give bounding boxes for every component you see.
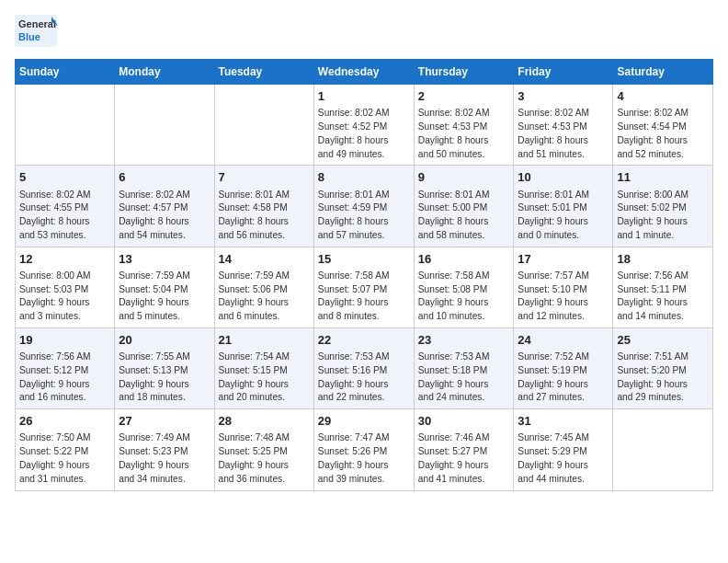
calendar-cell: 3Sunrise: 8:02 AM Sunset: 4:53 PM Daylig… [514, 85, 613, 166]
day-number: 31 [518, 413, 609, 430]
day-number: 30 [418, 413, 510, 430]
day-info: Sunrise: 8:02 AM Sunset: 4:52 PM Dayligh… [318, 107, 410, 161]
day-info: Sunrise: 7:57 AM Sunset: 5:10 PM Dayligh… [518, 270, 609, 324]
weekday-header-monday: Monday [115, 60, 214, 85]
day-info: Sunrise: 7:53 AM Sunset: 5:16 PM Dayligh… [318, 350, 410, 405]
calendar-cell: 28Sunrise: 7:48 AM Sunset: 5:25 PM Dayli… [214, 409, 313, 490]
calendar-week-3: 12Sunrise: 8:00 AM Sunset: 5:03 PM Dayli… [16, 247, 713, 327]
calendar-cell: 12Sunrise: 8:00 AM Sunset: 5:03 PM Dayli… [16, 247, 115, 327]
weekday-header-sunday: Sunday [16, 60, 115, 85]
day-info: Sunrise: 8:02 AM Sunset: 4:54 PM Dayligh… [617, 107, 709, 161]
day-info: Sunrise: 7:59 AM Sunset: 5:04 PM Dayligh… [119, 270, 210, 324]
calendar-week-5: 26Sunrise: 7:50 AM Sunset: 5:22 PM Dayli… [16, 409, 713, 490]
day-number: 26 [19, 413, 110, 430]
day-info: Sunrise: 8:00 AM Sunset: 5:02 PM Dayligh… [617, 189, 709, 243]
day-number: 25 [617, 332, 709, 349]
logo-graphic: General Blue [15, 15, 59, 48]
day-info: Sunrise: 8:02 AM Sunset: 4:53 PM Dayligh… [418, 107, 510, 161]
day-info: Sunrise: 7:58 AM Sunset: 5:07 PM Dayligh… [318, 270, 410, 324]
day-number: 7 [219, 169, 310, 186]
day-number: 6 [119, 169, 210, 186]
calendar-cell: 20Sunrise: 7:55 AM Sunset: 5:13 PM Dayli… [115, 327, 214, 408]
calendar-cell: 31Sunrise: 7:45 AM Sunset: 5:29 PM Dayli… [514, 409, 613, 490]
calendar-cell: 7Sunrise: 8:01 AM Sunset: 4:58 PM Daylig… [214, 166, 313, 247]
day-info: Sunrise: 8:01 AM Sunset: 5:01 PM Dayligh… [518, 189, 609, 243]
day-info: Sunrise: 7:56 AM Sunset: 5:12 PM Dayligh… [19, 350, 110, 405]
day-number: 21 [219, 332, 310, 349]
day-info: Sunrise: 7:45 AM Sunset: 5:29 PM Dayligh… [518, 431, 609, 486]
day-info: Sunrise: 7:56 AM Sunset: 5:11 PM Dayligh… [617, 270, 709, 324]
calendar-cell: 15Sunrise: 7:58 AM Sunset: 5:07 PM Dayli… [313, 247, 414, 327]
day-number: 22 [318, 332, 410, 349]
calendar-cell: 14Sunrise: 7:59 AM Sunset: 5:06 PM Dayli… [214, 247, 313, 327]
day-number: 24 [518, 332, 609, 349]
calendar-cell: 5Sunrise: 8:02 AM Sunset: 4:55 PM Daylig… [16, 166, 115, 247]
day-number: 4 [617, 88, 709, 105]
weekday-header-row: SundayMondayTuesdayWednesdayThursdayFrid… [16, 60, 713, 85]
calendar-cell: 26Sunrise: 7:50 AM Sunset: 5:22 PM Dayli… [16, 409, 115, 490]
calendar-cell [115, 85, 214, 166]
calendar-cell [613, 409, 713, 490]
calendar-cell: 30Sunrise: 7:46 AM Sunset: 5:27 PM Dayli… [414, 409, 514, 490]
day-number: 5 [19, 169, 110, 186]
day-number: 8 [318, 169, 410, 186]
svg-text:General: General [18, 18, 56, 29]
calendar-cell: 13Sunrise: 7:59 AM Sunset: 5:04 PM Dayli… [115, 247, 214, 327]
day-number: 27 [119, 413, 210, 430]
day-info: Sunrise: 7:48 AM Sunset: 5:25 PM Dayligh… [219, 431, 310, 486]
day-number: 16 [418, 251, 510, 268]
day-info: Sunrise: 8:02 AM Sunset: 4:57 PM Dayligh… [119, 189, 210, 243]
calendar-cell: 18Sunrise: 7:56 AM Sunset: 5:11 PM Dayli… [613, 247, 713, 327]
calendar-cell: 1Sunrise: 8:02 AM Sunset: 4:52 PM Daylig… [313, 85, 414, 166]
day-number: 20 [119, 332, 210, 349]
calendar-cell: 19Sunrise: 7:56 AM Sunset: 5:12 PM Dayli… [16, 327, 115, 408]
day-number: 9 [418, 169, 510, 186]
day-number: 23 [418, 332, 510, 349]
day-number: 10 [518, 169, 609, 186]
day-number: 14 [219, 251, 310, 268]
calendar-cell: 24Sunrise: 7:52 AM Sunset: 5:19 PM Dayli… [514, 327, 613, 408]
calendar-week-4: 19Sunrise: 7:56 AM Sunset: 5:12 PM Dayli… [16, 327, 713, 408]
calendar-cell: 23Sunrise: 7:53 AM Sunset: 5:18 PM Dayli… [414, 327, 514, 408]
day-info: Sunrise: 7:49 AM Sunset: 5:23 PM Dayligh… [119, 431, 210, 486]
calendar-cell: 27Sunrise: 7:49 AM Sunset: 5:23 PM Dayli… [115, 409, 214, 490]
day-number: 3 [518, 88, 609, 105]
day-number: 12 [19, 251, 110, 268]
day-info: Sunrise: 7:51 AM Sunset: 5:20 PM Dayligh… [617, 350, 709, 405]
calendar-cell: 4Sunrise: 8:02 AM Sunset: 4:54 PM Daylig… [613, 85, 713, 166]
calendar-cell: 2Sunrise: 8:02 AM Sunset: 4:53 PM Daylig… [414, 85, 514, 166]
calendar-cell: 25Sunrise: 7:51 AM Sunset: 5:20 PM Dayli… [613, 327, 713, 408]
day-info: Sunrise: 7:54 AM Sunset: 5:15 PM Dayligh… [219, 350, 310, 405]
day-info: Sunrise: 8:01 AM Sunset: 4:59 PM Dayligh… [318, 189, 410, 243]
day-number: 15 [318, 251, 410, 268]
day-info: Sunrise: 8:02 AM Sunset: 4:53 PM Dayligh… [518, 107, 609, 161]
day-info: Sunrise: 7:46 AM Sunset: 5:27 PM Dayligh… [418, 431, 510, 486]
calendar-cell: 11Sunrise: 8:00 AM Sunset: 5:02 PM Dayli… [613, 166, 713, 247]
day-info: Sunrise: 7:53 AM Sunset: 5:18 PM Dayligh… [418, 350, 510, 405]
page-header: General Blue [15, 15, 713, 48]
weekday-header-wednesday: Wednesday [313, 60, 414, 85]
weekday-header-thursday: Thursday [414, 60, 514, 85]
calendar-cell [16, 85, 115, 166]
calendar-cell: 10Sunrise: 8:01 AM Sunset: 5:01 PM Dayli… [514, 166, 613, 247]
day-number: 13 [119, 251, 210, 268]
svg-text:Blue: Blue [18, 31, 40, 42]
calendar-cell: 21Sunrise: 7:54 AM Sunset: 5:15 PM Dayli… [214, 327, 313, 408]
calendar-week-2: 5Sunrise: 8:02 AM Sunset: 4:55 PM Daylig… [16, 166, 713, 247]
day-number: 19 [19, 332, 110, 349]
day-number: 18 [617, 251, 709, 268]
day-number: 17 [518, 251, 609, 268]
weekday-header-saturday: Saturday [613, 60, 713, 85]
calendar-table: SundayMondayTuesdayWednesdayThursdayFrid… [15, 59, 713, 491]
day-number: 29 [318, 413, 410, 430]
day-number: 1 [318, 88, 410, 105]
day-info: Sunrise: 7:50 AM Sunset: 5:22 PM Dayligh… [19, 431, 110, 486]
day-number: 2 [418, 88, 510, 105]
day-info: Sunrise: 7:52 AM Sunset: 5:19 PM Dayligh… [518, 350, 609, 405]
day-number: 28 [219, 413, 310, 430]
weekday-header-tuesday: Tuesday [214, 60, 313, 85]
logo: General Blue [15, 15, 59, 48]
day-info: Sunrise: 7:55 AM Sunset: 5:13 PM Dayligh… [119, 350, 210, 405]
calendar-cell: 9Sunrise: 8:01 AM Sunset: 5:00 PM Daylig… [414, 166, 514, 247]
calendar-cell: 22Sunrise: 7:53 AM Sunset: 5:16 PM Dayli… [313, 327, 414, 408]
